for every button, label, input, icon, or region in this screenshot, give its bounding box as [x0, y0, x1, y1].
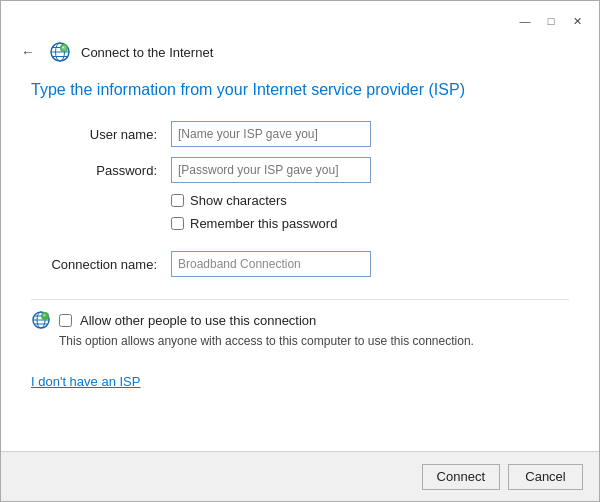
password-input[interactable] — [171, 157, 371, 183]
allow-others-checkbox[interactable] — [59, 314, 72, 327]
allow-row: Allow other people to use this connectio… — [31, 310, 569, 330]
password-label: Password: — [31, 163, 171, 178]
window-title: Connect to the Internet — [81, 45, 213, 60]
connection-name-row: Connection name: — [31, 251, 569, 277]
show-characters-label[interactable]: Show characters — [190, 193, 287, 208]
page-heading: Type the information from your Internet … — [31, 81, 569, 99]
show-characters-row: Show characters — [171, 193, 569, 208]
username-label: User name: — [31, 127, 171, 142]
allow-section: Allow other people to use this connectio… — [31, 299, 569, 358]
connection-name-label: Connection name: — [31, 257, 171, 272]
minimize-button[interactable]: — — [513, 11, 537, 31]
form-section: User name: Password: Show characters Rem… — [31, 121, 569, 287]
show-characters-checkbox[interactable] — [171, 194, 184, 207]
title-bar-controls: — □ ✕ — [513, 11, 589, 31]
remember-password-label[interactable]: Remember this password — [190, 216, 337, 231]
allow-others-label[interactable]: Allow other people to use this connectio… — [80, 313, 316, 328]
maximize-button[interactable]: □ — [539, 11, 563, 31]
isp-link[interactable]: I don't have an ISP — [31, 374, 140, 389]
content-area: Type the information from your Internet … — [1, 71, 599, 451]
allow-description: This option allows anyone with access to… — [59, 334, 569, 348]
remember-password-row: Remember this password — [171, 216, 569, 231]
password-row: Password: — [31, 157, 569, 183]
remember-password-checkbox[interactable] — [171, 217, 184, 230]
username-row: User name: — [31, 121, 569, 147]
svg-point-7 — [62, 46, 64, 48]
connect-button[interactable]: Connect — [422, 464, 500, 490]
nav-bar: ← Connect to the Internet — [1, 37, 599, 71]
svg-point-6 — [62, 46, 67, 51]
cancel-button[interactable]: Cancel — [508, 464, 583, 490]
connection-name-input[interactable] — [171, 251, 371, 277]
main-window: — □ ✕ ← Connect to the Internet Type the… — [0, 0, 600, 502]
back-button[interactable]: ← — [17, 42, 39, 62]
close-button[interactable]: ✕ — [565, 11, 589, 31]
title-bar: — □ ✕ — [1, 1, 599, 37]
svg-point-14 — [43, 314, 45, 316]
username-input[interactable] — [171, 121, 371, 147]
allow-globe-icon — [31, 310, 51, 330]
footer: Connect Cancel — [1, 451, 599, 501]
globe-icon — [49, 41, 71, 63]
